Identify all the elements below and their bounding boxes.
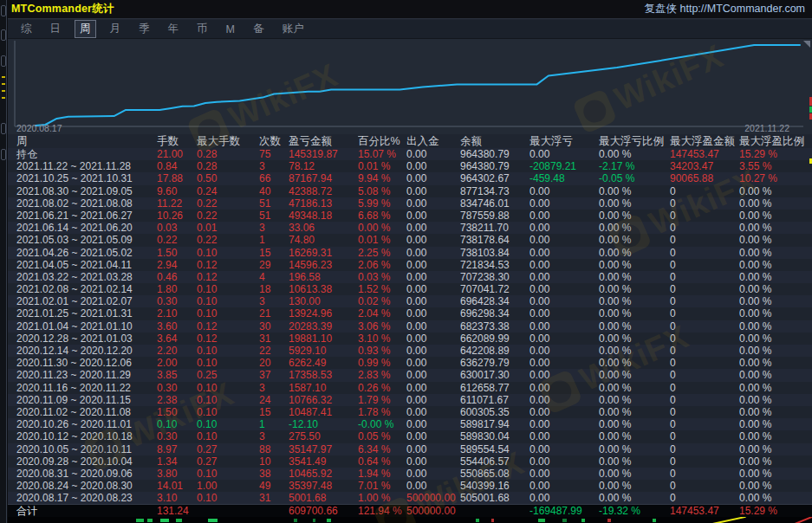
column-header: 百分比% [358,134,406,148]
cell [259,505,289,517]
table-row[interactable]: 2020.10.12 ~ 2020.10.180.300.103275.500.… [8,430,812,442]
menu-item-币[interactable]: 币 [192,21,212,37]
candle-mark [208,519,218,522]
cell: 0.00 [406,172,460,184]
menu-item-综[interactable]: 综 [16,21,36,37]
cell: 0.00 [529,234,599,246]
table-row[interactable]: 2021.01.25 ~ 2021.01.312.100.102113924.9… [8,307,812,320]
cell: 49 [259,480,289,492]
table-row[interactable]: 2020.10.26 ~ 2020.11.010.100.101-12.10-0… [8,418,812,430]
cell: 611071.67 [460,394,529,406]
cell: -0.05 % [599,172,670,184]
resize-corner-icon[interactable] [803,41,810,48]
cell: 0 [670,369,739,381]
table-row[interactable]: 2020.09.28 ~ 2020.10.041.340.27103541.49… [8,455,812,468]
table-row[interactable]: 2020.11.16 ~ 2020.11.220.300.1031587.100… [8,382,812,394]
table-row[interactable]: 2020.11.23 ~ 2020.11.293.850.253717358.5… [8,369,812,381]
cell: 0.10 [197,418,259,430]
cell: 0.00 [406,234,460,246]
cell: 0.00 [406,148,460,160]
cell: -0.00 % [358,418,406,430]
cell: 3.85 [157,369,197,381]
cell: 0.00 % [599,185,670,197]
menu-item-年[interactable]: 年 [164,21,184,37]
cell: 1 [259,234,289,246]
cell: 0.00 % [599,148,670,160]
menu-item-周[interactable]: 周 [75,20,96,38]
table-row[interactable]: 2020.08.31 ~ 2020.09.063.800.103810465.9… [8,468,812,480]
cell: 0.93 % [358,345,406,357]
cell: 2.94 [157,259,197,271]
cell: 17358.53 [289,369,358,381]
cell: 0.12 [197,259,259,271]
cell: 2021.08.30 ~ 2021.09.05 [8,185,157,197]
cell: 738103.84 [460,247,529,259]
cell: 682373.38 [460,320,529,333]
cell: 0.00 % [739,406,812,418]
cell: 0.00 [529,345,599,357]
table-row[interactable]: 2021.11.22 ~ 2021.11.280.840.28378.120.0… [8,160,812,172]
cell: 642208.89 [460,345,529,357]
cell: 0.50 [197,172,259,184]
cell: 20283.39 [289,320,358,333]
cell: 0.00 % [599,295,670,307]
table-row[interactable]: 2021.06.21 ~ 2021.06.2710.260.225149348.… [8,210,812,222]
cell: 0.00 [529,307,599,320]
cell: 589554.54 [460,443,529,455]
table-row[interactable]: 2020.08.24 ~ 2020.08.3014.011.004935397.… [8,480,812,492]
total-row[interactable]: 合计131.24609700.66121.94 %500000.00-16948… [8,504,812,517]
menu-item-月[interactable]: 月 [106,21,126,37]
table-row[interactable]: 2020.12.28 ~ 2021.01.033.640.123119881.1… [8,333,812,345]
cell: 10487.41 [289,406,358,418]
table-row[interactable]: 2020.10.05 ~ 2020.10.118.970.278835147.9… [8,443,812,455]
candle-mark [147,519,153,522]
cell: 34203.47 [670,160,739,172]
table-row[interactable]: 2021.10.25 ~ 2021.10.3117.880.506687167.… [8,172,812,184]
cell: 20 [259,357,289,369]
cell: 0.00 [406,210,460,222]
table-row[interactable]: 2020.12.14 ~ 2020.12.202.200.10225929.10… [8,345,812,357]
table-row[interactable]: 2021.01.04 ~ 2021.01.103.600.123020283.3… [8,320,812,333]
table-row[interactable]: 2020.08.17 ~ 2020.08.233.100.10315001.68… [8,492,812,504]
table-row[interactable]: 2020.11.30 ~ 2020.12.062.000.10206262.49… [8,357,812,369]
cell: 10766.32 [289,394,358,406]
cell: 0.12 [197,320,259,333]
menu-item-季[interactable]: 季 [134,21,154,37]
table-row[interactable]: 持仓21.000.2875145319.8715.07 %0.00964380.… [8,148,812,160]
table-row[interactable]: 2020.11.09 ~ 2020.11.152.380.102410766.3… [8,394,812,406]
cell: -2.17 % [599,160,670,172]
cell: 5.08 % [358,185,406,197]
cell: 0.00 % [739,357,812,369]
candle-mark [294,519,297,522]
menu-item-备[interactable]: 备 [249,21,269,37]
cell: 0.00 % [599,369,670,381]
table-row[interactable]: 2021.08.30 ~ 2021.09.059.600.244042388.7… [8,185,812,197]
menu-item-账户[interactable]: 账户 [277,21,308,37]
menu-item-M[interactable]: M [222,23,239,36]
table-row[interactable]: 2021.03.22 ~ 2021.03.280.460.124196.580.… [8,271,812,283]
table-row[interactable]: 2021.06.14 ~ 2021.06.200.030.01333.060.0… [8,222,812,234]
cell: 15.29 % [739,505,812,517]
table-row[interactable]: 2020.11.02 ~ 2020.11.081.500.101510487.4… [8,406,812,418]
cell: 0.00 % [739,320,812,333]
cell: 35397.48 [289,480,358,492]
cell: 87167.94 [289,172,358,184]
cell: 0.00 % [599,382,670,394]
table-row[interactable]: 2021.05.03 ~ 2021.05.090.220.22174.800.0… [8,234,812,246]
table-row[interactable]: 2021.02.08 ~ 2021.02.141.800.101810613.3… [8,283,812,295]
table-row[interactable]: 2021.04.26 ~ 2021.05.021.500.101516269.3… [8,247,812,259]
cell: 500000.00 [406,505,460,517]
table-row[interactable]: 2021.08.02 ~ 2021.08.0811.220.225147186.… [8,197,812,210]
cell: 0.00 [529,259,599,271]
cell: 5001.68 [289,492,358,504]
cell: 15 [259,406,289,418]
brand-link[interactable]: 复盘侠 http://MTCommander.com [645,2,805,16]
cell: 1.94 % [358,468,406,480]
cell: 0.00 % [599,234,670,246]
cell: 0.00 % [599,492,670,504]
cell: 0.00 [529,320,599,333]
menu-item-日[interactable]: 日 [46,21,66,37]
table-row[interactable]: 2021.04.05 ~ 2021.04.112.940.122914596.2… [8,259,812,271]
cell: 0 [670,185,739,197]
table-row[interactable]: 2021.02.01 ~ 2021.02.070.300.103130.000.… [8,295,812,307]
